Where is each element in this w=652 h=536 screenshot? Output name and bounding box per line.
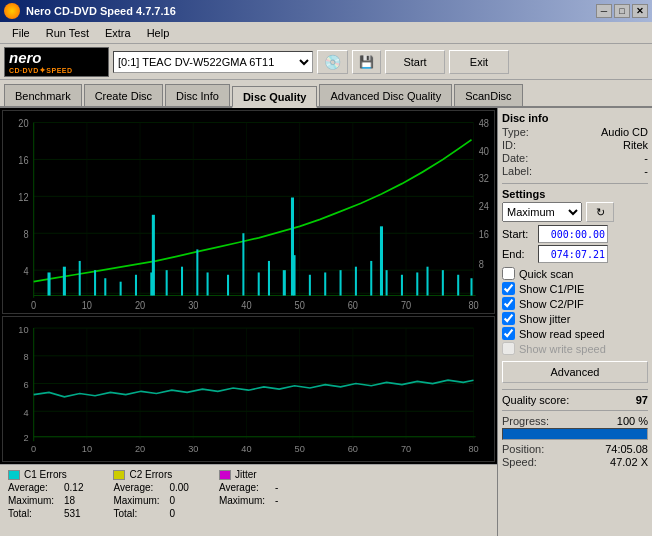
maximize-button[interactable]: □ — [614, 4, 630, 18]
tab-scan-disc[interactable]: ScanDisc — [454, 84, 522, 106]
show-c2pif-checkbox[interactable] — [502, 297, 515, 310]
svg-text:16: 16 — [479, 228, 490, 240]
close-button[interactable]: ✕ — [632, 4, 648, 18]
quick-scan-checkbox[interactable] — [502, 267, 515, 280]
toolbar: nero CD·DVD✦SPEED [0:1] TEAC DV-W522GMA … — [0, 44, 652, 80]
svg-text:40: 40 — [241, 300, 252, 312]
svg-text:12: 12 — [18, 191, 28, 203]
svg-text:80: 80 — [468, 443, 478, 454]
legend-c2: C2 Errors Average: 0.00 Maximum: 0 Total… — [113, 469, 188, 519]
exit-button[interactable]: Exit — [449, 50, 509, 74]
c1-avg-label: Average: — [8, 482, 58, 493]
start-button[interactable]: Start — [385, 50, 445, 74]
svg-text:32: 32 — [479, 173, 489, 185]
svg-text:8: 8 — [23, 351, 28, 362]
disc-date-key: Date: — [502, 152, 528, 164]
refresh-button[interactable]: ↻ — [586, 202, 614, 222]
tab-advanced-disc-quality[interactable]: Advanced Disc Quality — [319, 84, 452, 106]
disc-id-val: Ritek — [623, 139, 648, 151]
right-panel: Disc info Type: Audio CD ID: Ritek Date:… — [497, 108, 652, 536]
svg-text:30: 30 — [188, 300, 199, 312]
disc-date-row: Date: - — [502, 152, 648, 164]
svg-text:10: 10 — [82, 443, 92, 454]
progress-bar-container — [502, 428, 648, 440]
start-label: Start: — [502, 228, 534, 240]
legend-c2-title: C2 Errors — [113, 469, 188, 480]
svg-text:60: 60 — [348, 443, 358, 454]
disc-label-key: Label: — [502, 165, 532, 177]
show-c1pie-checkbox[interactable] — [502, 282, 515, 295]
tab-disc-quality[interactable]: Disc Quality — [232, 86, 318, 108]
jitter-max-val: - — [275, 495, 278, 506]
svg-text:6: 6 — [23, 378, 28, 389]
legend-jitter-max: Maximum: - — [219, 495, 278, 506]
titlebar: Nero CD-DVD Speed 4.7.7.16 ─ □ ✕ — [0, 0, 652, 22]
svg-text:50: 50 — [295, 300, 306, 312]
end-time-input[interactable] — [538, 245, 608, 263]
menu-file[interactable]: File — [4, 25, 38, 41]
legend-c1-title: C1 Errors — [8, 469, 83, 480]
legend-c1: C1 Errors Average: 0.12 Maximum: 18 Tota… — [8, 469, 83, 519]
tab-disc-info[interactable]: Disc Info — [165, 84, 230, 106]
advanced-button[interactable]: Advanced — [502, 361, 648, 383]
minimize-button[interactable]: ─ — [596, 4, 612, 18]
quality-score-value: 97 — [636, 394, 648, 406]
show-write-speed-checkbox[interactable] — [502, 342, 515, 355]
quick-scan-row: Quick scan — [502, 267, 648, 280]
svg-text:48: 48 — [479, 118, 490, 130]
tab-benchmark[interactable]: Benchmark — [4, 84, 82, 106]
nero-logo: nero CD·DVD✦SPEED — [4, 47, 109, 77]
bottom-chart-svg: 10 8 6 4 2 0 10 20 30 40 50 60 70 80 — [3, 317, 494, 461]
disc-type-val: Audio CD — [601, 126, 648, 138]
disc-id-row: ID: Ritek — [502, 139, 648, 151]
end-label: End: — [502, 248, 534, 260]
c1-color-box — [8, 470, 20, 480]
menu-run-test[interactable]: Run Test — [38, 25, 97, 41]
svg-text:80: 80 — [468, 300, 479, 312]
divider3 — [502, 410, 648, 411]
c1-max-val: 18 — [64, 495, 75, 506]
disc-date-val: - — [644, 152, 648, 164]
progress-bar — [503, 429, 647, 439]
legend-jitter-title: Jitter — [219, 469, 278, 480]
speed-select[interactable]: Maximum — [502, 202, 582, 222]
legend-c1-total: Total: 531 — [8, 508, 83, 519]
end-time-row: End: — [502, 245, 648, 263]
menu-extra[interactable]: Extra — [97, 25, 139, 41]
show-read-speed-label: Show read speed — [519, 328, 605, 340]
top-chart-svg: 20 16 12 8 4 48 40 32 24 16 8 0 10 20 — [3, 111, 494, 313]
main-content: 20 16 12 8 4 48 40 32 24 16 8 0 10 20 — [0, 108, 652, 536]
legend-c2-max: Maximum: 0 — [113, 495, 188, 506]
app-title: Nero CD-DVD Speed 4.7.7.16 — [26, 5, 176, 17]
show-write-speed-row: Show write speed — [502, 342, 648, 355]
svg-text:70: 70 — [401, 300, 412, 312]
svg-text:60: 60 — [348, 300, 359, 312]
show-jitter-label: Show jitter — [519, 313, 570, 325]
c1-max-label: Maximum: — [8, 495, 58, 506]
start-time-input[interactable] — [538, 225, 608, 243]
progress-section: Progress: 100 % Position: 74:05.08 Speed… — [502, 415, 648, 468]
disc-id-key: ID: — [502, 139, 516, 151]
show-read-speed-checkbox[interactable] — [502, 327, 515, 340]
legend-c2-avg: Average: 0.00 — [113, 482, 188, 493]
position-value: 74:05.08 — [605, 443, 648, 455]
settings-section: Settings Maximum ↻ Start: End: Quick sca… — [502, 188, 648, 383]
drive-select[interactable]: [0:1] TEAC DV-W522GMA 6T11 — [113, 51, 313, 73]
tab-create-disc[interactable]: Create Disc — [84, 84, 163, 106]
show-jitter-row: Show jitter — [502, 312, 648, 325]
legend-c2-label: C2 Errors — [129, 469, 172, 480]
c1-total-val: 531 — [64, 508, 81, 519]
disc-info-section: Disc info Type: Audio CD ID: Ritek Date:… — [502, 112, 648, 177]
svg-text:8: 8 — [479, 258, 485, 270]
disk-eject-button[interactable]: 💿 — [317, 50, 348, 74]
svg-text:2: 2 — [23, 432, 28, 443]
position-label: Position: — [502, 443, 544, 455]
legend-jitter-label: Jitter — [235, 469, 257, 480]
show-jitter-checkbox[interactable] — [502, 312, 515, 325]
c2-total-val: 0 — [169, 508, 175, 519]
speed-settings-row: Maximum ↻ — [502, 202, 648, 222]
svg-text:20: 20 — [18, 118, 29, 130]
menu-help[interactable]: Help — [139, 25, 178, 41]
save-button[interactable]: 💾 — [352, 50, 381, 74]
show-write-speed-label: Show write speed — [519, 343, 606, 355]
